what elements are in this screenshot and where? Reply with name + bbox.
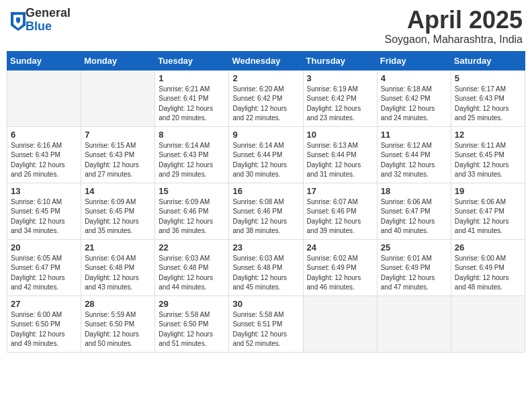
calendar-cell: 10Sunrise: 6:13 AMSunset: 6:44 PMDayligh… — [303, 126, 377, 183]
day-info: Sunrise: 6:04 AMSunset: 6:48 PMDaylight:… — [85, 254, 151, 293]
calendar-cell: 8Sunrise: 6:14 AMSunset: 6:43 PMDaylight… — [155, 126, 229, 183]
logo-text: General Blue — [26, 7, 71, 34]
weekday-header-sunday: Sunday — [7, 51, 81, 70]
day-info: Sunrise: 5:58 AMSunset: 6:50 PMDaylight:… — [159, 310, 225, 349]
calendar-cell: 22Sunrise: 6:03 AMSunset: 6:48 PMDayligh… — [155, 239, 229, 295]
day-info: Sunrise: 6:03 AMSunset: 6:48 PMDaylight:… — [232, 254, 299, 293]
day-info: Sunrise: 6:18 AMSunset: 6:42 PMDaylight:… — [381, 85, 447, 124]
calendar-cell: 11Sunrise: 6:12 AMSunset: 6:44 PMDayligh… — [377, 126, 451, 183]
weekday-header-thursday: Thursday — [303, 51, 377, 70]
day-number: 25 — [381, 242, 447, 253]
day-number: 9 — [232, 130, 299, 140]
calendar-cell: 1Sunrise: 6:21 AMSunset: 6:41 PMDaylight… — [155, 70, 229, 126]
day-info: Sunrise: 6:14 AMSunset: 6:43 PMDaylight:… — [159, 141, 225, 180]
logo-icon — [11, 12, 23, 28]
day-info: Sunrise: 6:09 AMSunset: 6:46 PMDaylight:… — [159, 197, 225, 236]
day-info: Sunrise: 5:59 AMSunset: 6:50 PMDaylight:… — [85, 310, 151, 349]
calendar-cell: 20Sunrise: 6:05 AMSunset: 6:47 PMDayligh… — [7, 239, 81, 295]
calendar-cell: 12Sunrise: 6:11 AMSunset: 6:45 PMDayligh… — [451, 126, 525, 183]
day-number: 19 — [455, 186, 521, 196]
calendar-cell: 18Sunrise: 6:06 AMSunset: 6:47 PMDayligh… — [377, 183, 451, 239]
day-info: Sunrise: 6:08 AMSunset: 6:46 PMDaylight:… — [232, 197, 299, 236]
day-number: 30 — [232, 299, 299, 309]
calendar-row: 13Sunrise: 6:10 AMSunset: 6:45 PMDayligh… — [7, 183, 525, 239]
logo: General Blue — [9, 7, 71, 34]
calendar-cell: 13Sunrise: 6:10 AMSunset: 6:45 PMDayligh… — [7, 183, 81, 239]
weekday-header-wednesday: Wednesday — [229, 51, 303, 70]
calendar-cell: 26Sunrise: 6:00 AMSunset: 6:49 PMDayligh… — [451, 239, 525, 295]
day-info: Sunrise: 6:02 AMSunset: 6:49 PMDaylight:… — [307, 254, 373, 293]
calendar-row: 6Sunrise: 6:16 AMSunset: 6:43 PMDaylight… — [7, 126, 525, 183]
day-number: 13 — [11, 186, 77, 196]
calendar-cell: 2Sunrise: 6:20 AMSunset: 6:42 PMDaylight… — [229, 70, 303, 126]
calendar-cell — [7, 70, 81, 126]
calendar-cell: 21Sunrise: 6:04 AMSunset: 6:48 PMDayligh… — [81, 239, 155, 295]
calendar-cell: 14Sunrise: 6:09 AMSunset: 6:45 PMDayligh… — [81, 183, 155, 239]
month-title: April 2025 — [385, 7, 523, 34]
calendar-row: 27Sunrise: 6:00 AMSunset: 6:50 PMDayligh… — [7, 295, 525, 352]
calendar-cell: 16Sunrise: 6:08 AMSunset: 6:46 PMDayligh… — [229, 183, 303, 239]
day-number: 3 — [307, 73, 373, 83]
weekday-header-friday: Friday — [377, 51, 451, 70]
page-header: General Blue April 2025 Soygaon, Maharas… — [7, 7, 525, 46]
day-info: Sunrise: 6:20 AMSunset: 6:42 PMDaylight:… — [232, 85, 299, 124]
day-number: 21 — [85, 242, 151, 253]
day-number: 15 — [159, 186, 225, 196]
day-info: Sunrise: 6:03 AMSunset: 6:48 PMDaylight:… — [159, 254, 225, 293]
day-number: 8 — [159, 130, 225, 140]
day-number: 12 — [455, 130, 521, 140]
weekday-header-tuesday: Tuesday — [155, 51, 229, 70]
calendar-cell: 7Sunrise: 6:15 AMSunset: 6:43 PMDaylight… — [81, 126, 155, 183]
day-info: Sunrise: 6:05 AMSunset: 6:47 PMDaylight:… — [11, 254, 77, 293]
day-info: Sunrise: 6:17 AMSunset: 6:43 PMDaylight:… — [455, 85, 521, 124]
calendar-cell: 15Sunrise: 6:09 AMSunset: 6:46 PMDayligh… — [155, 183, 229, 239]
day-number: 2 — [232, 73, 299, 83]
day-number: 26 — [455, 242, 521, 253]
day-number: 5 — [455, 73, 521, 83]
day-number: 18 — [381, 186, 447, 196]
calendar-row: 1Sunrise: 6:21 AMSunset: 6:41 PMDaylight… — [7, 70, 525, 126]
day-number: 20 — [11, 242, 77, 253]
day-number: 14 — [85, 186, 151, 196]
calendar-cell: 28Sunrise: 5:59 AMSunset: 6:50 PMDayligh… — [81, 295, 155, 352]
day-info: Sunrise: 6:09 AMSunset: 6:45 PMDaylight:… — [85, 197, 151, 236]
day-info: Sunrise: 6:16 AMSunset: 6:43 PMDaylight:… — [11, 141, 77, 180]
day-number: 4 — [381, 73, 447, 83]
day-info: Sunrise: 6:10 AMSunset: 6:45 PMDaylight:… — [11, 197, 77, 236]
calendar-cell: 6Sunrise: 6:16 AMSunset: 6:43 PMDaylight… — [7, 126, 81, 183]
day-info: Sunrise: 6:13 AMSunset: 6:44 PMDaylight:… — [307, 141, 373, 180]
calendar-cell — [377, 295, 451, 352]
calendar-cell: 29Sunrise: 5:58 AMSunset: 6:50 PMDayligh… — [155, 295, 229, 352]
calendar-cell: 30Sunrise: 5:58 AMSunset: 6:51 PMDayligh… — [229, 295, 303, 352]
calendar-cell: 17Sunrise: 6:07 AMSunset: 6:46 PMDayligh… — [303, 183, 377, 239]
day-info: Sunrise: 6:14 AMSunset: 6:44 PMDaylight:… — [232, 141, 299, 180]
calendar-cell — [303, 295, 377, 352]
day-number: 28 — [85, 299, 151, 309]
day-info: Sunrise: 5:58 AMSunset: 6:51 PMDaylight:… — [232, 310, 299, 349]
calendar-cell — [451, 295, 525, 352]
location: Soygaon, Maharashtra, India — [385, 34, 523, 46]
day-info: Sunrise: 6:01 AMSunset: 6:49 PMDaylight:… — [381, 254, 447, 293]
weekday-header-row: SundayMondayTuesdayWednesdayThursdayFrid… — [7, 51, 525, 70]
calendar-cell: 25Sunrise: 6:01 AMSunset: 6:49 PMDayligh… — [377, 239, 451, 295]
day-info: Sunrise: 6:19 AMSunset: 6:42 PMDaylight:… — [307, 85, 373, 124]
title-block: April 2025 Soygaon, Maharashtra, India — [385, 7, 523, 46]
calendar-cell: 4Sunrise: 6:18 AMSunset: 6:42 PMDaylight… — [377, 70, 451, 126]
day-info: Sunrise: 6:07 AMSunset: 6:46 PMDaylight:… — [307, 197, 373, 236]
weekday-header-monday: Monday — [81, 51, 155, 70]
day-number: 22 — [159, 242, 225, 253]
day-info: Sunrise: 6:15 AMSunset: 6:43 PMDaylight:… — [85, 141, 151, 180]
day-number: 10 — [307, 130, 373, 140]
day-number: 16 — [232, 186, 299, 196]
day-number: 23 — [232, 242, 299, 253]
day-number: 29 — [159, 299, 225, 309]
day-number: 24 — [307, 242, 373, 253]
day-number: 27 — [11, 299, 77, 309]
day-info: Sunrise: 6:11 AMSunset: 6:45 PMDaylight:… — [455, 141, 521, 180]
weekday-header-saturday: Saturday — [451, 51, 525, 70]
calendar-cell: 19Sunrise: 6:06 AMSunset: 6:47 PMDayligh… — [451, 183, 525, 239]
calendar-cell — [81, 70, 155, 126]
day-info: Sunrise: 6:12 AMSunset: 6:44 PMDaylight:… — [381, 141, 447, 180]
day-info: Sunrise: 6:06 AMSunset: 6:47 PMDaylight:… — [455, 197, 521, 236]
calendar-cell: 27Sunrise: 6:00 AMSunset: 6:50 PMDayligh… — [7, 295, 81, 352]
